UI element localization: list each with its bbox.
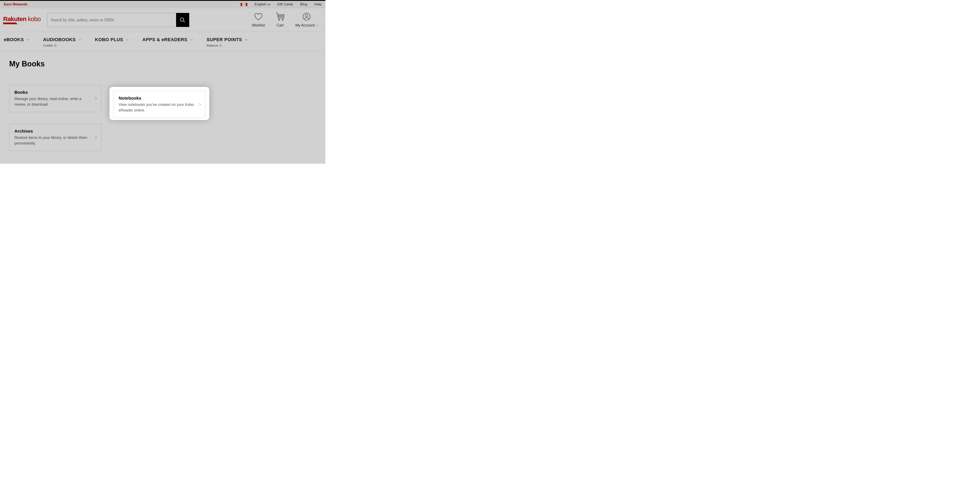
logo-rakuten: Rakuten: [3, 16, 26, 22]
country-flag-icon[interactable]: ✦: [240, 3, 248, 6]
chevron-down-icon: [267, 3, 270, 5]
account-label: My Account: [295, 23, 315, 27]
account-label-wrap: My Account: [295, 23, 318, 27]
nav-item-label: KOBO PLUS: [95, 37, 123, 42]
card-archives[interactable]: Archives Restore items to your library, …: [9, 124, 102, 151]
card-title: Books: [14, 90, 91, 95]
cart-button[interactable]: Cart: [275, 12, 285, 27]
utility-links: ✦ English Gift Cards Blog Help: [240, 2, 321, 6]
earn-rewards-link[interactable]: Earn Rewards: [4, 2, 27, 6]
help-link[interactable]: Help: [314, 2, 321, 6]
nav-item-label: AUDIOBOOKS: [43, 37, 76, 42]
language-label: English: [255, 2, 266, 6]
header-actions: Wishlist Cart My Account: [252, 12, 322, 27]
nav-kobo-plus[interactable]: KOBO PLUS: [95, 37, 128, 47]
chevron-down-icon: [190, 38, 192, 40]
language-selector[interactable]: English: [255, 2, 270, 6]
logo-kobo-text: kobo: [28, 16, 41, 22]
chevron-down-icon: [79, 38, 81, 40]
nav-item-sub: Balance: 0: [207, 44, 247, 47]
card-text: Archives Restore items to your library, …: [14, 129, 94, 146]
card-books[interactable]: Books Manage your library, read online, …: [9, 85, 102, 112]
nav-item-sub: Credits: 0: [43, 44, 81, 47]
chevron-down-icon: [27, 38, 29, 40]
svg-point-5: [282, 19, 283, 20]
card-desc: Manage your library, read online, write …: [14, 96, 91, 107]
svg-point-7: [305, 14, 308, 17]
svg-line-1: [183, 21, 185, 22]
card-desc: Restore items to your library, or delete…: [14, 135, 91, 146]
logo-kobo: [26, 16, 28, 22]
gift-cards-link[interactable]: Gift Cards: [277, 2, 293, 6]
account-button[interactable]: My Account: [295, 12, 318, 27]
nav-audiobooks[interactable]: AUDIOBOOKS Credits: 0: [43, 37, 81, 47]
card-desc: View notebooks you've created on your Ko…: [119, 102, 195, 113]
site-logo[interactable]: Rakuten kobo: [3, 16, 41, 24]
nav-item-label: eBOOKS: [4, 37, 24, 42]
wishlist-button[interactable]: Wishlist: [252, 12, 265, 27]
nav-item-label: APPS & eREADERS: [142, 37, 187, 42]
nav-item-label: SUPER POINTS: [207, 37, 242, 42]
logo-underline-icon: [3, 22, 18, 24]
card-text: Notebooks View notebooks you've created …: [119, 95, 198, 113]
cart-icon: [275, 13, 285, 21]
page-title: My Books: [9, 59, 316, 68]
svg-point-0: [180, 18, 184, 21]
chevron-down-icon: [126, 38, 129, 40]
user-icon: [303, 13, 310, 21]
chevron-right-icon: [198, 103, 201, 106]
svg-point-4: [278, 19, 280, 20]
nav-apps-ereaders[interactable]: APPS & eREADERS: [142, 37, 192, 47]
card-title: Archives: [14, 129, 91, 134]
nav-ebooks[interactable]: eBOOKS: [4, 37, 29, 47]
heart-icon: [254, 13, 263, 21]
main-header: Rakuten kobo Wishlist Cart M: [0, 8, 325, 32]
search-input[interactable]: [47, 13, 176, 27]
search-icon: [180, 17, 186, 23]
utility-bar: Earn Rewards ✦ English Gift Cards Blog H…: [0, 1, 325, 8]
chevron-down-icon: [316, 24, 318, 26]
card-notebooks[interactable]: Notebooks View notebooks you've created …: [113, 91, 205, 118]
search-bar: [47, 13, 189, 27]
blog-link[interactable]: Blog: [300, 2, 307, 6]
cart-label: Cart: [277, 23, 284, 27]
search-button[interactable]: [176, 13, 189, 27]
card-title: Notebooks: [119, 95, 195, 101]
chevron-right-icon: [94, 97, 97, 100]
chevron-right-icon: [94, 136, 97, 139]
nav-super-points[interactable]: SUPER POINTS Balance: 0: [207, 37, 247, 47]
wishlist-label: Wishlist: [252, 23, 265, 27]
chevron-down-icon: [245, 38, 247, 40]
primary-nav: eBOOKS AUDIOBOOKS Credits: 0 KOBO PLUS A…: [0, 32, 325, 51]
card-text: Books Manage your library, read online, …: [14, 90, 94, 107]
